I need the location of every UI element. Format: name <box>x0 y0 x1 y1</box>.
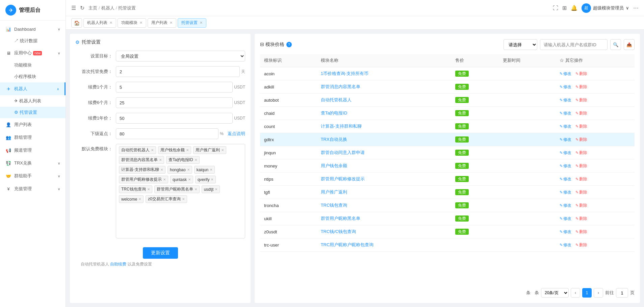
sidebar-item-group-helper[interactable]: 🤝 群组助手 ∨ <box>0 170 66 182</box>
delete-link[interactable]: ✎ 删除 <box>575 110 587 116</box>
delete-link[interactable]: ✎ 删除 <box>575 97 587 103</box>
update-settings-button[interactable]: 更新设置 <box>143 247 178 259</box>
edit-link[interactable]: ✎ 修改 <box>560 97 571 103</box>
tab-hosting-settings[interactable]: 托管设置 ✕ <box>178 18 206 28</box>
tag-ntips: 群管用户昵称修改提示✕ <box>119 176 168 183</box>
tab-robot-list[interactable]: 机器人列表 ✕ <box>83 18 116 28</box>
edit-link[interactable]: ✎ 修改 <box>560 203 571 208</box>
edit-link[interactable]: ✎ 修改 <box>560 242 571 248</box>
six-month-input[interactable] <box>116 97 233 108</box>
refresh-icon[interactable]: ↻ <box>80 5 84 11</box>
next-page-button[interactable]: › <box>594 288 603 298</box>
edit-link[interactable]: ✎ 修改 <box>560 124 571 129</box>
search-input[interactable] <box>540 39 608 50</box>
tab-home[interactable]: 🏠 <box>71 18 82 28</box>
delete-link[interactable]: ✎ 删除 <box>575 216 587 222</box>
grid-icon[interactable]: ⊞ <box>562 5 567 11</box>
tag-remove-icon[interactable]: ✕ <box>195 158 197 162</box>
search-button[interactable]: 🔍 <box>610 39 621 50</box>
delete-link[interactable]: ✎ 删除 <box>575 189 587 195</box>
tag-remove-icon[interactable]: ✕ <box>195 187 197 191</box>
sidebar-item-robot[interactable]: ✈ 机器人 ∧ <box>0 82 66 95</box>
tab-user-list[interactable]: 用户列表 ✕ <box>148 18 176 28</box>
delete-link[interactable]: ✎ 删除 <box>575 176 587 182</box>
tab-close-icon[interactable]: ✕ <box>170 21 173 25</box>
edit-link[interactable]: ✎ 修改 <box>560 163 571 169</box>
tag-remove-icon[interactable]: ✕ <box>182 197 185 201</box>
edit-link[interactable]: ✎ 修改 <box>560 229 571 235</box>
edit-link[interactable]: ✎ 修改 <box>560 137 571 143</box>
delete-link[interactable]: ✎ 删除 <box>575 163 587 169</box>
notification-icon[interactable]: 🔔 <box>571 5 577 11</box>
first-free-input[interactable] <box>116 66 240 77</box>
delete-link[interactable]: ✎ 删除 <box>575 203 587 208</box>
help-icon[interactable]: ? <box>286 42 292 47</box>
user-info[interactable]: 超 超级模块管理员 ∨ <box>582 3 629 13</box>
tab-close-icon[interactable]: ✕ <box>200 21 203 25</box>
delete-link[interactable]: ✎ 删除 <box>575 242 587 248</box>
tag-remove-icon[interactable]: ✕ <box>160 168 163 172</box>
rebate-link[interactable]: 返点说明 <box>228 131 245 137</box>
cell-update-time <box>499 212 556 225</box>
per-page-select[interactable]: 20条/页 50条/页 100条/页 <box>541 288 569 298</box>
edit-link[interactable]: ✎ 修改 <box>560 84 571 90</box>
goto-page-input[interactable] <box>616 288 628 298</box>
tab-close-icon[interactable]: ✕ <box>109 21 112 25</box>
tag-remove-icon[interactable]: ✕ <box>147 187 150 191</box>
filter-select[interactable]: 请选择 <box>504 39 537 50</box>
tag-remove-icon[interactable]: ✕ <box>188 178 191 181</box>
prev-page-button[interactable]: ‹ <box>571 288 580 298</box>
cell-price: 免费 <box>451 199 499 212</box>
collapse-icon[interactable]: ☰ <box>71 5 76 11</box>
page-1-button[interactable]: 1 <box>582 288 592 298</box>
tag-remove-icon[interactable]: ✕ <box>221 148 224 152</box>
sidebar-item-user-list[interactable]: 👤 用户列表 <box>0 118 66 131</box>
more-icon[interactable]: ⋯ <box>633 5 639 11</box>
edit-link[interactable]: ✎ 修改 <box>560 110 571 116</box>
tag-remove-icon[interactable]: ✕ <box>211 178 213 181</box>
edit-link[interactable]: ✎ 修改 <box>560 150 571 156</box>
sidebar-item-robot-list[interactable]: ✈ 机器人列表 <box>0 95 66 107</box>
input-with-suffix: 天 <box>116 66 245 77</box>
edit-link[interactable]: ✎ 修改 <box>560 71 571 77</box>
tab-func-module[interactable]: 功能模块 ✕ <box>118 18 146 28</box>
chevron-icon: ∨ <box>58 161 60 165</box>
tag-remove-icon[interactable]: ✕ <box>186 148 189 152</box>
tag-promo: 用户推广返利✕ <box>193 146 226 154</box>
tag-remove-icon[interactable]: ✕ <box>215 187 217 191</box>
tag-remove-icon[interactable]: ✕ <box>138 197 141 201</box>
delete-link[interactable]: ✎ 删除 <box>575 124 587 129</box>
edit-link[interactable]: ✎ 修改 <box>560 216 571 222</box>
rebate-input[interactable] <box>116 128 218 139</box>
sidebar-item-app-center[interactable]: 🖥 应用中心 new ∨ <box>0 47 66 59</box>
edit-link[interactable]: ✎ 修改 <box>560 176 571 182</box>
tag-remove-icon[interactable]: ✕ <box>210 168 212 172</box>
tag-remove-icon[interactable]: ✕ <box>151 148 154 152</box>
delete-link[interactable]: ✎ 删除 <box>575 137 587 143</box>
target-select[interactable]: 全局设置 <box>116 51 245 61</box>
sidebar-item-trx[interactable]: 💱 TRX兑换 ∨ <box>0 157 66 170</box>
sidebar-item-mini-module[interactable]: 小程序模块 <box>0 71 66 82</box>
tag-remove-icon[interactable]: ✕ <box>159 158 162 162</box>
sidebar-item-stats[interactable]: ↗ 统计数据 <box>0 35 66 47</box>
delete-link[interactable]: ✎ 删除 <box>575 84 587 90</box>
sidebar-item-hosting[interactable]: ⚙ 托管设置 <box>0 107 66 118</box>
fullscreen-icon[interactable]: ⛶ <box>553 5 558 11</box>
export-button[interactable]: 📤 <box>624 39 635 50</box>
tag-remove-icon[interactable]: ✕ <box>163 178 166 181</box>
monthly-input[interactable] <box>116 82 233 93</box>
sidebar-item-recharge[interactable]: ¥ 充值管理 ∨ <box>0 182 66 195</box>
yearly-input[interactable] <box>116 113 233 124</box>
sidebar-item-channel-mgmt[interactable]: 📢 频道管理 <box>0 144 66 157</box>
tab-label: 托管设置 <box>181 20 198 26</box>
sidebar-item-group-mgmt[interactable]: 👥 群组管理 <box>0 131 66 144</box>
sidebar-item-func-module[interactable]: 功能模块 <box>0 59 66 71</box>
sidebar-item-dashboard[interactable]: 📊 Dashboard ∨ <box>0 23 66 35</box>
note-highlight[interactable]: 自助续费 <box>110 262 126 266</box>
delete-link[interactable]: ✎ 删除 <box>575 150 587 156</box>
delete-link[interactable]: ✎ 删除 <box>575 229 587 235</box>
edit-link[interactable]: ✎ 修改 <box>560 189 571 195</box>
delete-link[interactable]: ✎ 删除 <box>575 71 587 77</box>
tab-close-icon[interactable]: ✕ <box>139 21 143 25</box>
tag-remove-icon[interactable]: ✕ <box>187 168 190 172</box>
